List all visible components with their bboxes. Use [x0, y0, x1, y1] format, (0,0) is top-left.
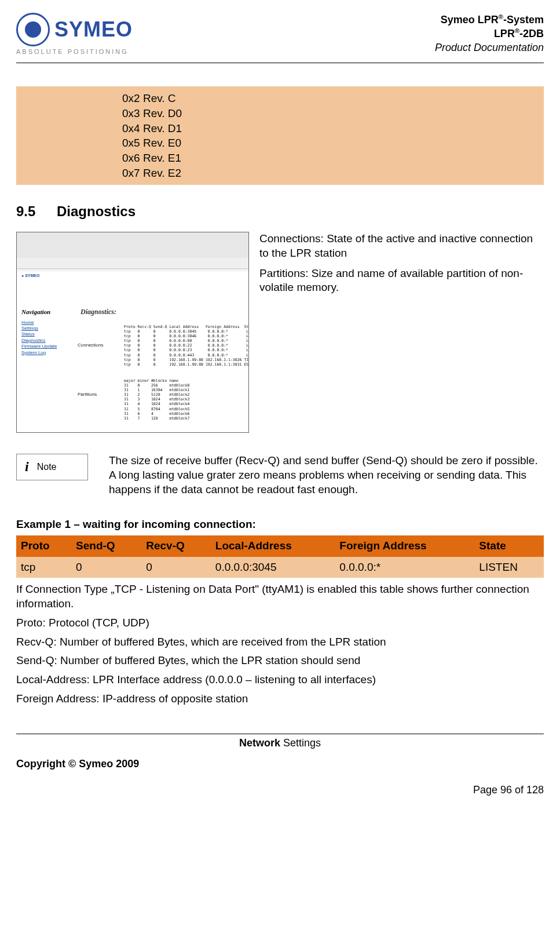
- after-p: Send-Q: Number of buffered Bytes, which …: [16, 654, 544, 668]
- footer-page-number: Page 96 of 128: [16, 783, 544, 797]
- th-recvq: Recv-Q: [141, 535, 211, 557]
- rev-item: 0x6 Rev. E1: [122, 151, 182, 166]
- th-proto: Proto: [16, 535, 71, 557]
- rev-item: 0x2 Rev. C: [122, 91, 182, 106]
- logo-text: SYMEO: [54, 16, 133, 43]
- info-icon: i: [25, 458, 29, 476]
- th-state: State: [474, 535, 544, 557]
- example-table: Proto Send-Q Recv-Q Local-Address Foreig…: [16, 535, 544, 578]
- header-rule: [16, 63, 544, 63]
- rev-item: 0x4 Rev. D1: [122, 121, 182, 136]
- after-p: Local-Address: LPR Interface address (0.…: [16, 673, 544, 687]
- logo-icon: [16, 13, 50, 46]
- diag-p2: Partitions: Size and name of available p…: [259, 267, 544, 295]
- after-p: Proto: Protocol (TCP, UDP): [16, 616, 544, 630]
- hdr-line1a: Symeo LPR: [441, 14, 499, 25]
- th-local: Local-Address: [211, 535, 335, 557]
- mini-part-table: major minor #blocks name 31 0 256 mtdblo…: [124, 378, 190, 421]
- th-sendq: Send-Q: [71, 535, 141, 557]
- rev-item: 0x5 Rev. E0: [122, 136, 182, 151]
- example-heading: Example 1 – waiting for incoming connect…: [16, 517, 544, 532]
- footer-section: Network Settings: [16, 734, 544, 752]
- th-foreign: Foreign Address: [335, 535, 474, 557]
- diagnostics-screenshot: ● SYMEO Navigation Home Settings Status …: [16, 232, 249, 433]
- logo-block: SYMEO ABSOLUTE POSITIONING: [16, 13, 133, 56]
- section-number: 9.5: [16, 202, 57, 220]
- note-row: i Note The size of receive buffer (Recv-…: [16, 454, 544, 497]
- section-title: Diagnostics: [57, 203, 136, 219]
- hdr-line1b: -System: [503, 14, 544, 25]
- logo-subtext: ABSOLUTE POSITIONING: [16, 48, 133, 56]
- diag-p1: Connections: State of the active and ina…: [259, 232, 544, 260]
- page-header: SYMEO ABSOLUTE POSITIONING Symeo LPR®-Sy…: [16, 13, 544, 63]
- note-label: Note: [37, 461, 57, 473]
- mini-conn-table: Proto Recv-Q Send-Q Local Address Foreig…: [124, 325, 249, 367]
- table-row: tcp 0 0 0.0.0.0:3045 0.0.0.0:* LISTEN: [16, 557, 544, 578]
- note-badge: i Note: [16, 454, 88, 480]
- diagnostics-text: Connections: State of the active and ina…: [259, 232, 544, 301]
- page-footer: Network Settings Copyright © Symeo 2009 …: [16, 734, 544, 797]
- after-p: Recv-Q: Number of buffered Bytes, which …: [16, 635, 544, 650]
- footer-copyright: Copyright © Symeo 2009: [16, 757, 544, 771]
- hdr-line2b: -2DB: [519, 28, 544, 39]
- after-list: If Connection Type „TCP - Listening on D…: [16, 582, 544, 706]
- revision-list: 0x2 Rev. C 0x3 Rev. D0 0x4 Rev. D1 0x5 R…: [122, 91, 182, 180]
- revision-box: 0x2 Rev. C 0x3 Rev. D0 0x4 Rev. D1 0x5 R…: [16, 86, 544, 185]
- hdr-line3: Product Documentation: [435, 41, 544, 54]
- after-p: Foreign Address: IP-address of opposite …: [16, 692, 544, 706]
- rev-item: 0x3 Rev. D0: [122, 106, 182, 121]
- after-p: If Connection Type „TCP - Listening on D…: [16, 582, 544, 611]
- note-text: The size of receive buffer (Recv-Q) and …: [109, 454, 544, 497]
- rev-item: 0x7 Rev. E2: [122, 166, 182, 181]
- section-heading: 9.5Diagnostics: [16, 202, 544, 220]
- header-title-block: Symeo LPR®-System LPR®-2DB Product Docum…: [435, 13, 544, 54]
- hdr-line2a: LPR: [494, 28, 515, 39]
